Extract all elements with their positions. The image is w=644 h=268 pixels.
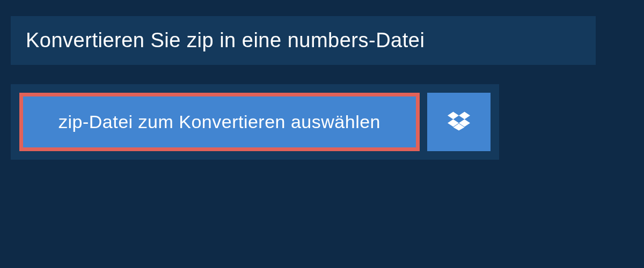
select-file-label: zip-Datei zum Konvertieren auswählen (58, 111, 380, 132)
dropbox-button[interactable] (427, 93, 491, 151)
dropbox-icon (448, 110, 470, 135)
page-title: Konvertieren Sie zip in eine numbers-Dat… (26, 29, 581, 52)
main-container: Konvertieren Sie zip in eine numbers-Dat… (0, 0, 644, 176)
button-row: zip-Datei zum Konvertieren auswählen (11, 84, 499, 160)
select-file-button[interactable]: zip-Datei zum Konvertieren auswählen (19, 93, 420, 151)
title-bar: Konvertieren Sie zip in eine numbers-Dat… (11, 16, 596, 65)
